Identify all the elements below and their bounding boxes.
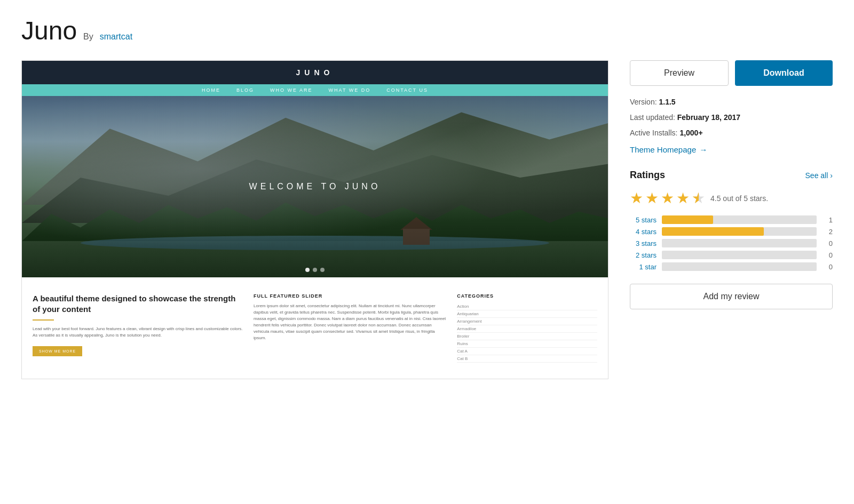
cat-item-5: Broiler bbox=[457, 333, 597, 340]
theme-homepage-arrow: → bbox=[699, 145, 707, 154]
theme-homepage-link[interactable]: Theme Homepage → bbox=[630, 145, 707, 154]
version-row: Version: 1.1.5 bbox=[630, 97, 833, 108]
cat-item-1: Action bbox=[457, 303, 597, 310]
add-review-button[interactable]: Add my review bbox=[630, 284, 833, 309]
star-5-half: ★ ★ bbox=[692, 189, 705, 207]
fake-nav-title: JUNO bbox=[33, 68, 597, 77]
active-installs-row: Active Installs: 1,000+ bbox=[630, 127, 833, 139]
fake-nav-bar: JUNO bbox=[22, 61, 608, 84]
fake-hero: WELCOME TO JUNO bbox=[22, 96, 608, 277]
hero-text: WELCOME TO JUNO bbox=[249, 182, 381, 191]
stars-row: ★ ★ ★ ★ ★ ★ 4.5 out of 5 stars. bbox=[630, 189, 833, 207]
cat-item-7: Cat A bbox=[457, 348, 597, 355]
fake-content-area: A beautiful theme designed to showcase t… bbox=[22, 277, 608, 379]
ratings-section: Ratings See all › ★ ★ ★ ★ ★ ★ 4.5 out of… bbox=[630, 170, 833, 309]
rating-count-1: 0 bbox=[822, 263, 833, 271]
page-header: Juno By smartcat bbox=[21, 16, 833, 45]
content-col-2: FULL FEATURED SLIDER Lorem ipsum dolor s… bbox=[254, 293, 446, 363]
nav-link-what: WHAT WE DO bbox=[329, 87, 371, 93]
see-all-chevron: › bbox=[830, 171, 833, 180]
slider-title: FULL FEATURED SLIDER bbox=[254, 293, 446, 299]
rating-bar-fill-4 bbox=[662, 227, 764, 236]
theme-preview-container: JUNO HOME BLOG WHO WE ARE WHAT WE DO CON… bbox=[21, 60, 608, 379]
rating-label-1[interactable]: 1 star bbox=[630, 263, 657, 271]
show-me-more-btn[interactable]: SHOW ME MORE bbox=[33, 346, 82, 356]
last-updated-row: Last updated: February 18, 2017 bbox=[630, 112, 833, 123]
see-all-link[interactable]: See all › bbox=[805, 171, 833, 180]
rating-label-5[interactable]: 5 stars bbox=[630, 216, 657, 224]
ratings-header: Ratings See all › bbox=[630, 170, 833, 181]
by-label: By bbox=[83, 32, 93, 42]
rating-bar-bg-4 bbox=[662, 227, 817, 236]
theme-screenshot: JUNO HOME BLOG WHO WE ARE WHAT WE DO CON… bbox=[22, 61, 608, 379]
download-button[interactable]: Download bbox=[735, 60, 833, 86]
rating-count-2: 0 bbox=[822, 251, 833, 259]
content-col-3: CATEGORIES Action Antiquarian Arrangemen… bbox=[457, 293, 597, 363]
rating-bar-bg-1 bbox=[662, 262, 817, 271]
nav-link-who: WHO WE ARE bbox=[270, 87, 313, 93]
last-updated-value: February 18, 2017 bbox=[677, 113, 740, 122]
last-updated-label: Last updated: bbox=[630, 113, 675, 122]
rating-count-4: 2 bbox=[822, 228, 833, 236]
cat-item-6: Ruins bbox=[457, 340, 597, 348]
cat-item-3: Arrangement bbox=[457, 318, 597, 325]
theme-homepage-label: Theme Homepage bbox=[630, 145, 696, 154]
rating-bars: 5 stars 1 4 stars 2 3 stars bbox=[630, 215, 833, 271]
content-title: A beautiful theme designed to showcase t… bbox=[33, 293, 243, 314]
meta-section: Version: 1.1.5 Last updated: February 18… bbox=[630, 97, 833, 155]
slider-text: Lorem ipsum dolor sit amet, consectetur … bbox=[254, 303, 446, 341]
star-5-fill: ★ bbox=[692, 189, 699, 207]
fake-nav-links: HOME BLOG WHO WE ARE WHAT WE DO CONTACT … bbox=[22, 84, 608, 96]
categories-title: CATEGORIES bbox=[457, 293, 597, 299]
rating-count-5: 1 bbox=[822, 216, 833, 224]
rating-row-1: 1 star 0 bbox=[630, 262, 833, 271]
active-installs-value: 1,000+ bbox=[679, 129, 702, 137]
version-value: 1.1.5 bbox=[659, 98, 675, 106]
star-2: ★ bbox=[645, 189, 659, 207]
rating-row-2: 2 stars 0 bbox=[630, 251, 833, 259]
rating-bar-bg-5 bbox=[662, 215, 817, 224]
rating-text: 4.5 out of 5 stars. bbox=[710, 194, 768, 203]
rating-label-3[interactable]: 3 stars bbox=[630, 239, 657, 247]
rating-count-3: 0 bbox=[822, 239, 833, 247]
author-link[interactable]: smartcat bbox=[100, 32, 132, 42]
dot-3 bbox=[320, 268, 325, 272]
rating-row-4: 4 stars 2 bbox=[630, 227, 833, 236]
nav-link-contact: CONTACT US bbox=[386, 87, 428, 93]
main-layout: JUNO HOME BLOG WHO WE ARE WHAT WE DO CON… bbox=[21, 60, 833, 379]
version-label: Version: bbox=[630, 98, 657, 106]
theme-title: Juno bbox=[21, 16, 77, 45]
dot-2 bbox=[313, 268, 317, 272]
cat-item-2: Antiquarian bbox=[457, 310, 597, 318]
nav-link-blog: BLOG bbox=[236, 87, 254, 93]
action-buttons: Preview Download bbox=[630, 60, 833, 86]
rating-bar-bg-3 bbox=[662, 239, 817, 247]
slider-dots bbox=[305, 268, 325, 272]
active-installs-label: Active Installs: bbox=[630, 129, 677, 137]
cat-item-4: Armadiloe bbox=[457, 325, 597, 333]
rating-row-5: 5 stars 1 bbox=[630, 215, 833, 224]
content-col-1: A beautiful theme designed to showcase t… bbox=[33, 293, 243, 363]
cat-item-8: Cat B bbox=[457, 355, 597, 363]
star-4: ★ bbox=[676, 189, 690, 207]
rating-row-3: 3 stars 0 bbox=[630, 239, 833, 247]
content-divider bbox=[33, 319, 54, 321]
see-all-label: See all bbox=[805, 171, 828, 180]
star-3: ★ bbox=[661, 189, 674, 207]
rating-bar-bg-2 bbox=[662, 251, 817, 259]
ratings-title: Ratings bbox=[630, 170, 665, 181]
dot-1 bbox=[305, 268, 310, 272]
rating-label-2[interactable]: 2 stars bbox=[630, 251, 657, 259]
theme-sidebar: Preview Download Version: 1.1.5 Last upd… bbox=[630, 60, 833, 309]
content-body: Lead with your best foot forward. Juno f… bbox=[33, 326, 243, 339]
star-1: ★ bbox=[630, 189, 643, 207]
rating-label-4[interactable]: 4 stars bbox=[630, 228, 657, 236]
nav-link-home: HOME bbox=[202, 87, 220, 93]
preview-button[interactable]: Preview bbox=[630, 60, 729, 86]
rating-bar-fill-5 bbox=[662, 215, 713, 224]
